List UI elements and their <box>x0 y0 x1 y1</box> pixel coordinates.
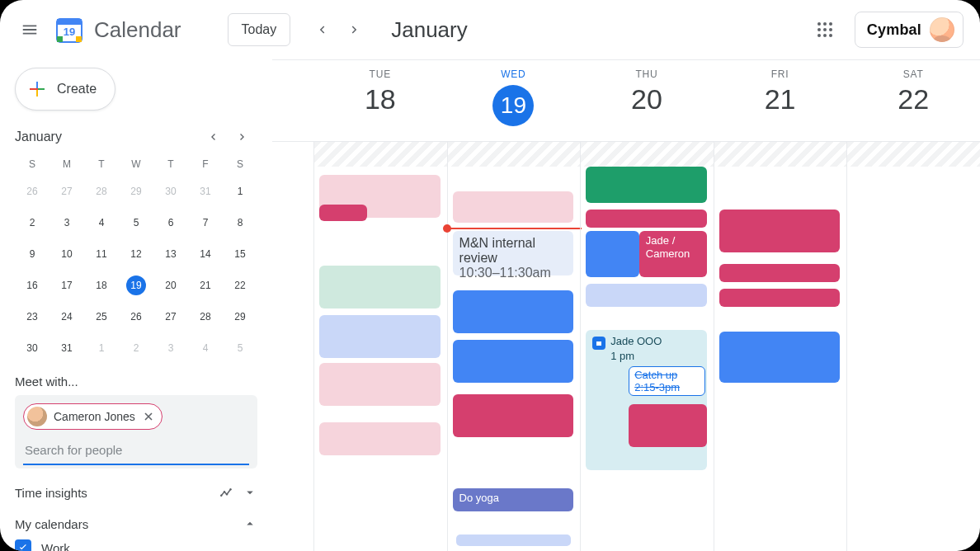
calendar-event[interactable] <box>629 404 707 447</box>
mini-day[interactable]: 3 <box>49 210 84 236</box>
calendar-event[interactable] <box>453 394 574 437</box>
my-calendars-toggle[interactable]: My calendars <box>15 516 257 531</box>
mini-next-button[interactable] <box>231 125 254 148</box>
mini-day[interactable]: 17 <box>49 272 84 299</box>
mini-day[interactable]: 31 <box>188 178 223 205</box>
calendar-event[interactable] <box>319 205 367 221</box>
mini-day[interactable]: 18 <box>84 272 119 299</box>
time-insights-label: Time insights <box>15 486 87 500</box>
mini-day[interactable]: 2 <box>119 335 153 361</box>
calendar-item[interactable]: Work <box>15 539 257 551</box>
calendar-event[interactable] <box>719 289 841 307</box>
mini-day[interactable]: 27 <box>49 178 84 205</box>
mini-day[interactable]: 2 <box>15 210 49 236</box>
calendar-event[interactable] <box>586 210 707 228</box>
event-jade-ooo[interactable]: Jade OOO1 pm <box>586 330 707 470</box>
month-title: January <box>391 17 468 43</box>
people-chip[interactable]: Cameron Jones <box>23 403 163 430</box>
mini-day[interactable]: 30 <box>15 335 49 361</box>
event-title: Jade / Cameron <box>646 234 700 260</box>
calendar-event[interactable] <box>319 315 441 358</box>
mini-day[interactable]: 15 <box>223 241 257 267</box>
time-insights-toggle[interactable]: Time insights <box>15 485 257 500</box>
calendar-event[interactable] <box>719 264 841 282</box>
mini-day[interactable]: 16 <box>15 272 49 299</box>
create-button[interactable]: Create <box>15 68 115 111</box>
mini-day[interactable]: 7 <box>188 210 223 236</box>
mini-day[interactable]: 20 <box>153 272 188 299</box>
mini-day[interactable]: 25 <box>84 304 119 330</box>
calendar-event[interactable] <box>719 332 841 383</box>
event-jade-cameron[interactable]: Jade / Cameron <box>639 231 707 277</box>
calendar-event[interactable] <box>453 340 574 383</box>
mini-day[interactable]: 31 <box>49 335 84 361</box>
mini-day[interactable]: 21 <box>188 272 223 299</box>
mini-day[interactable]: 28 <box>188 304 223 330</box>
apps-launcher-button[interactable] <box>808 13 841 46</box>
day-column[interactable] <box>714 142 847 551</box>
mini-day[interactable]: 5 <box>223 335 257 361</box>
mini-day[interactable]: 27 <box>153 304 188 330</box>
mini-day[interactable]: 3 <box>153 335 188 361</box>
calendar-event[interactable] <box>319 363 441 406</box>
mini-day[interactable]: 4 <box>188 335 223 361</box>
day-column[interactable]: M&N internal review10:30–11:30amDo yoga <box>447 142 581 551</box>
create-label: Create <box>57 82 97 97</box>
day-header[interactable]: TUE18 <box>313 60 447 141</box>
calendar-event[interactable] <box>319 266 441 308</box>
mini-day[interactable]: 14 <box>188 241 223 267</box>
mini-day[interactable]: 23 <box>15 304 49 330</box>
mini-day[interactable]: 24 <box>49 304 84 330</box>
day-header[interactable]: THU20 <box>580 60 714 141</box>
day-column[interactable]: Jade / CameronJade OOO1 pmCatch up2:15-3… <box>580 142 714 551</box>
mini-day[interactable]: 5 <box>119 210 153 236</box>
calendar-event[interactable] <box>586 231 639 277</box>
calendar-event[interactable] <box>719 210 841 252</box>
mini-day[interactable]: 19 <box>119 272 153 299</box>
day-header[interactable]: WED19 <box>447 60 581 141</box>
calendar-logo-icon: 19 <box>55 16 83 44</box>
menu-button[interactable] <box>13 13 46 46</box>
mini-day[interactable]: 6 <box>153 210 188 236</box>
mini-day[interactable]: 1 <box>84 335 119 361</box>
mini-day[interactable]: 29 <box>119 178 153 205</box>
mini-dow: T <box>153 155 188 173</box>
mini-day[interactable]: 8 <box>223 210 257 236</box>
account-switcher[interactable]: Cymbal <box>855 12 964 48</box>
svg-point-11 <box>817 34 821 37</box>
mini-day[interactable]: 13 <box>153 241 188 267</box>
mini-day[interactable]: 28 <box>84 178 119 205</box>
mini-day[interactable]: 11 <box>84 241 119 267</box>
mini-day[interactable]: 26 <box>15 178 49 205</box>
day-header[interactable]: SAT22 <box>846 60 980 141</box>
event-yoga[interactable]: Do yoga <box>453 488 574 511</box>
mini-day[interactable]: 12 <box>119 241 153 267</box>
mini-prev-button[interactable] <box>201 125 224 148</box>
mini-day[interactable]: 22 <box>223 272 257 299</box>
day-column[interactable] <box>846 142 980 551</box>
busy-overlay <box>314 142 447 167</box>
mini-day[interactable]: 26 <box>119 304 153 330</box>
mini-day[interactable]: 29 <box>223 304 257 330</box>
mini-day[interactable]: 10 <box>49 241 84 267</box>
day-header[interactable]: FRI21 <box>714 60 847 141</box>
prev-week-button[interactable] <box>307 15 337 45</box>
chip-remove-button[interactable] <box>142 410 155 423</box>
calendar-event[interactable] <box>319 422 441 455</box>
calendar-event[interactable] <box>453 290 574 333</box>
mini-day[interactable]: 1 <box>223 178 257 205</box>
event-catch-up[interactable]: Catch up2:15-3pm <box>629 366 705 396</box>
mini-day[interactable]: 9 <box>15 241 49 267</box>
next-week-button[interactable] <box>340 15 370 45</box>
grid-area[interactable]: M&N internal review10:30–11:30amDo yogaJ… <box>272 142 980 551</box>
today-button[interactable]: Today <box>228 13 291 46</box>
mini-day[interactable]: 30 <box>153 178 188 205</box>
search-people-input[interactable] <box>23 436 249 465</box>
calendar-event[interactable] <box>453 191 574 223</box>
calendar-event[interactable] <box>586 167 707 203</box>
calendar-event[interactable] <box>586 284 707 307</box>
day-column[interactable] <box>313 142 447 551</box>
event-mn-review[interactable]: M&N internal review10:30–11:30am <box>453 231 574 276</box>
mini-day[interactable]: 4 <box>84 210 119 236</box>
calendar-checkbox[interactable] <box>15 539 31 551</box>
